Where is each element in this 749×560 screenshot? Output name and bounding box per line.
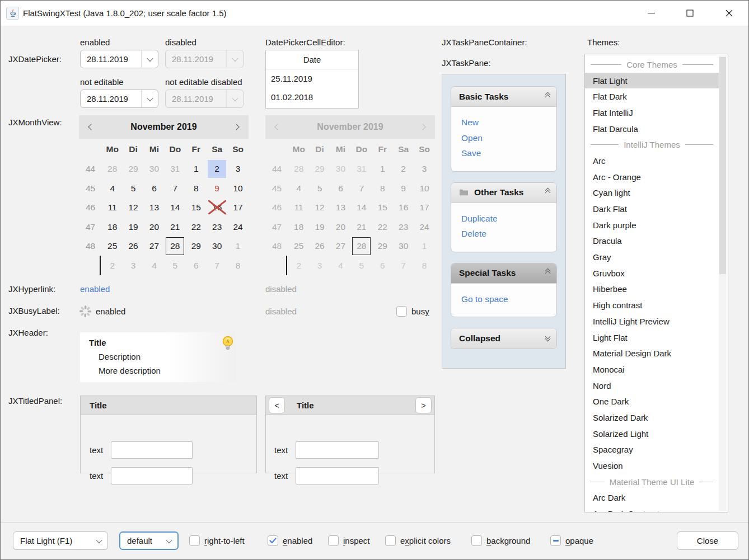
minimize-button[interactable] — [639, 1, 664, 26]
theme-item-high-contrast[interactable]: High contrast — [585, 297, 719, 313]
theme-item-arc[interactable]: Arc — [585, 153, 719, 169]
day-cell[interactable]: 30 — [144, 159, 165, 179]
busy-checkbox[interactable]: busy — [396, 302, 429, 321]
day-cell[interactable]: 23 — [207, 218, 227, 237]
theme-item-spacegray[interactable]: Spacegray — [585, 442, 719, 458]
text-input-1[interactable] — [111, 441, 193, 459]
table-row[interactable]: 01.02.2018 — [266, 88, 358, 106]
next-month-button[interactable] — [225, 115, 247, 139]
taskpane-header[interactable]: Collapsed — [451, 328, 556, 349]
taskpane-action-save[interactable]: Save — [461, 145, 556, 161]
day-cell[interactable]: 14 — [165, 198, 185, 218]
day-cell[interactable]: 28 — [102, 159, 123, 179]
day-cell[interactable]: 20 — [144, 218, 165, 237]
theme-item-dracula[interactable]: Dracula — [585, 233, 719, 250]
theme-item-flat-darcula[interactable]: Flat Darcula — [585, 121, 719, 137]
themes-scrollbar[interactable] — [719, 55, 727, 511]
day-cell[interactable]: 12 — [123, 198, 143, 218]
day-cell[interactable]: 3 — [123, 256, 143, 276]
day-cell[interactable]: 4 — [144, 256, 165, 276]
day-cell[interactable]: 29 — [186, 237, 207, 256]
checkbox-box[interactable] — [396, 306, 407, 317]
day-cell[interactable]: 1 — [186, 159, 207, 179]
maximize-button[interactable] — [677, 1, 703, 26]
theme-item-hiberbee[interactable]: Hiberbee — [585, 281, 719, 298]
enabled-checkbox[interactable]: enabled — [268, 531, 312, 550]
themes-scrollbar-thumb[interactable] — [719, 57, 726, 274]
close-window-button[interactable] — [717, 1, 742, 26]
day-cell[interactable]: 2 — [207, 159, 227, 179]
background-checkbox[interactable]: background — [471, 531, 530, 550]
day-cell[interactable]: 29 — [123, 159, 143, 179]
day-cell[interactable]: 3 — [227, 159, 248, 179]
taskpane-header[interactable]: Other Tasks — [451, 183, 556, 203]
day-cell[interactable]: 8 — [186, 179, 207, 199]
theme-item-dark-flat[interactable]: Dark Flat — [585, 201, 719, 217]
day-cell[interactable]: 25 — [102, 237, 123, 256]
theme-item-solarized-dark[interactable]: Solarized Dark — [585, 410, 719, 426]
checkbox-box[interactable] — [471, 535, 482, 546]
day-cell[interactable]: 18 — [102, 218, 123, 237]
theme-item-intellij-light-preview[interactable]: IntelliJ Light Preview — [585, 313, 719, 330]
taskpane-action-go-to-space[interactable]: Go to space — [461, 291, 556, 307]
day-cell[interactable]: 6 — [186, 256, 207, 276]
day-cell[interactable]: 13 — [144, 198, 165, 218]
taskpane-action-duplicate[interactable]: Duplicate — [461, 211, 556, 227]
text-input-3[interactable] — [296, 441, 379, 459]
day-cell[interactable]: 7 — [165, 179, 185, 199]
checkbox-box[interactable] — [550, 535, 561, 546]
opaque-checkbox[interactable]: opaque — [550, 531, 593, 550]
inspect-checkbox[interactable]: inspect — [328, 531, 370, 550]
day-cell[interactable]: 1 — [227, 237, 248, 256]
theme-item-dark-purple[interactable]: Dark purple — [585, 217, 719, 233]
day-cell[interactable]: 15 — [186, 198, 207, 218]
theme-item-material-design-dark[interactable]: Material Design Dark — [585, 345, 719, 361]
day-cell[interactable]: 26 — [123, 237, 143, 256]
theme-item-solarized-light[interactable]: Solarized Light — [585, 426, 719, 442]
day-cell[interactable]: 7 — [207, 256, 227, 276]
theme-item-one-dark[interactable]: One Dark — [585, 393, 719, 410]
theme-item-gruvbox[interactable]: Gruvbox — [585, 265, 719, 281]
theme-item-monocai[interactable]: Monocai — [585, 361, 719, 378]
datepicker-not-editable[interactable]: 28.11.2019 — [80, 90, 158, 108]
taskpane-action-open[interactable]: Open — [461, 130, 556, 146]
checkbox-box[interactable] — [268, 535, 278, 546]
table-row[interactable]: 25.11.2019 — [266, 69, 358, 88]
theme-item-flat-dark[interactable]: Flat Dark — [585, 88, 719, 105]
themes-list[interactable]: Core ThemesFlat LightFlat DarkFlat Intel… — [584, 54, 728, 512]
day-cell[interactable]: 27 — [144, 237, 165, 256]
checkbox-box[interactable] — [385, 535, 396, 546]
day-cell[interactable]: 24 — [227, 218, 248, 237]
close-button[interactable]: Close — [677, 531, 738, 550]
day-cell[interactable]: 8 — [227, 256, 248, 276]
day-cell[interactable]: 28 — [165, 237, 185, 256]
day-cell[interactable]: 21 — [165, 218, 185, 237]
day-cell[interactable]: 30 — [207, 237, 227, 256]
expand-chevron-icon[interactable] — [546, 336, 550, 341]
theme-item-flat-intellij[interactable]: Flat IntelliJ — [585, 105, 719, 121]
text-input-4[interactable] — [296, 467, 379, 484]
collapse-chevron-icon[interactable] — [546, 190, 550, 195]
theme-item-nord[interactable]: Nord — [585, 378, 719, 394]
theme-item-arc-dark-contrast[interactable]: Arc Dark Contrast — [585, 506, 719, 512]
hyperlink-enabled[interactable]: enabled — [80, 284, 110, 294]
day-cell[interactable]: 2 — [102, 256, 123, 276]
day-cell[interactable]: 22 — [186, 218, 207, 237]
theme-item-vuesion[interactable]: Vuesion — [585, 458, 719, 474]
look-and-feel-combo[interactable]: Flat Light (F1) — [13, 531, 108, 550]
day-cell[interactable]: 5 — [165, 256, 185, 276]
theme-item-arc---orange[interactable]: Arc - Orange — [585, 169, 719, 185]
celleditor-table[interactable]: Date 25.11.201901.02.2018 — [265, 50, 359, 109]
theme-item-light-flat[interactable]: Light Flat — [585, 330, 719, 346]
day-cell[interactable]: 5 — [123, 179, 143, 199]
datepicker-enabled[interactable]: 28.11.2019 — [80, 50, 158, 68]
checkbox-box[interactable] — [328, 535, 339, 546]
collapse-chevron-icon[interactable] — [546, 95, 550, 99]
day-cell[interactable]: 16 — [207, 198, 227, 218]
theme-item-arc-dark[interactable]: Arc Dark — [585, 490, 719, 506]
scale-combo[interactable]: default — [119, 531, 179, 550]
explicit-colors-checkbox[interactable]: explicit colors — [385, 531, 451, 550]
taskpane-action-delete[interactable]: Delete — [461, 226, 556, 242]
day-cell[interactable]: 11 — [102, 198, 123, 218]
titledpanel-prev-button[interactable]: < — [269, 397, 285, 413]
